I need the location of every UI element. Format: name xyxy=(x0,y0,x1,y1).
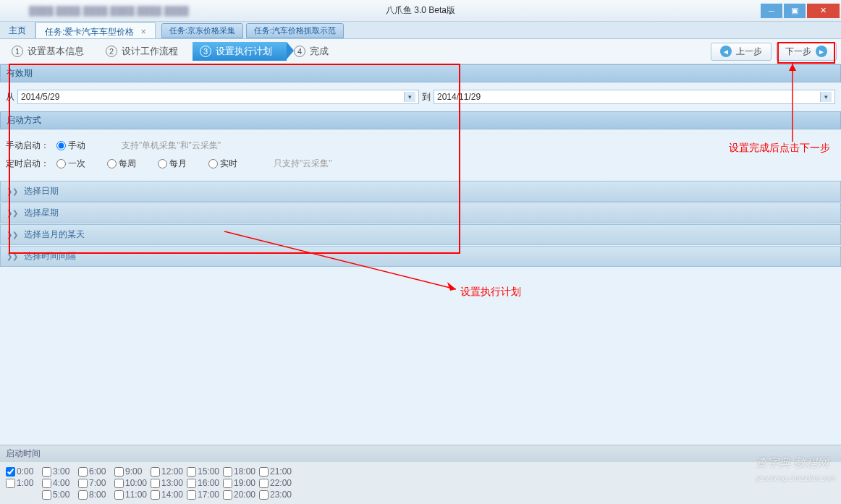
accordion-interval[interactable]: ❯❯选择时间间隔 xyxy=(0,246,841,267)
accordion-monthday[interactable]: ❯❯选择当月的某天 xyxy=(0,224,841,245)
dropdown-icon[interactable]: ▾ xyxy=(820,92,832,102)
time-checkbox[interactable]: 21:00 xyxy=(259,466,295,477)
title-bar: ████ ████ ████ ████ ████ ████ 八爪鱼 3.0 Be… xyxy=(0,0,841,22)
wizard-row: 1设置基本信息 2设计工作流程 3设置执行计划 4完成 ◄ 上一步 下一步 ► xyxy=(0,39,841,64)
radio-once[interactable]: 一次 xyxy=(56,158,85,170)
blurred-title: ████ ████ ████ ████ ████ ████ xyxy=(0,6,761,16)
time-checkbox[interactable]: 3:00 xyxy=(42,466,78,477)
close-button[interactable]: ✕ xyxy=(807,4,840,18)
radio-realtime[interactable]: 实时 xyxy=(208,158,237,170)
accordion-week[interactable]: ❯❯选择星期 xyxy=(0,202,841,223)
window-controls: ─ ▣ ✕ xyxy=(761,4,841,18)
time-checkbox[interactable]: 9:00 xyxy=(114,466,151,477)
manual-hint: 支持"单机采集"和"云采集" xyxy=(122,140,221,152)
chevron-down-icon: ❯❯ xyxy=(7,209,18,217)
tab-home[interactable]: 主页 xyxy=(0,22,35,38)
time-checkbox[interactable]: 11:00 xyxy=(114,490,151,500)
tab-close-icon[interactable]: × xyxy=(141,27,146,37)
time-checkbox[interactable]: 16:00 xyxy=(187,478,223,488)
time-checkbox[interactable]: 22:00 xyxy=(259,478,295,488)
time-checkbox[interactable]: 12:00 xyxy=(151,466,187,477)
time-checkbox[interactable]: 1:00 xyxy=(6,478,42,488)
annotation-text-next: 设置完成后点击下一步 xyxy=(729,141,834,155)
time-checkbox[interactable]: 20:00 xyxy=(223,490,259,500)
chevron-down-icon: ❯❯ xyxy=(7,187,18,195)
radio-manual[interactable]: 手动 xyxy=(56,140,85,152)
tab-active-task[interactable]: 任务:爱卡汽车车型价格 × xyxy=(35,22,156,38)
bottom-section: 启动时间 0:003:006:009:0012:0015:0018:0021:0… xyxy=(0,445,841,504)
wizard-step-4[interactable]: 4完成 xyxy=(287,42,343,61)
next-button[interactable]: 下一步 ► xyxy=(776,43,837,61)
dropdown-icon[interactable]: ▾ xyxy=(404,92,415,102)
chevron-down-icon: ❯❯ xyxy=(7,252,18,260)
maximize-button[interactable]: ▣ xyxy=(784,4,806,18)
validity-header: 有效期 xyxy=(0,64,841,82)
wizard-step-1[interactable]: 1设置基本信息 xyxy=(4,42,98,61)
time-checkbox[interactable]: 17:00 xyxy=(187,490,223,500)
time-checkbox[interactable]: 5:00 xyxy=(42,490,78,500)
tab-label: 任务:爱卡汽车车型价格 xyxy=(45,27,134,37)
from-date-input[interactable]: 2014/5/29 ▾ xyxy=(17,90,419,104)
radio-weekly[interactable]: 每周 xyxy=(107,158,136,170)
wizard-step-3[interactable]: 3设置执行计划 xyxy=(193,42,287,61)
radio-monthly[interactable]: 每月 xyxy=(158,158,187,170)
arrow-right-icon: ► xyxy=(816,46,827,57)
time-checkbox[interactable]: 10:00 xyxy=(114,478,151,488)
arrow-left-icon: ◄ xyxy=(720,46,732,57)
time-checkbox[interactable]: 19:00 xyxy=(223,478,259,488)
watermark: 查字典 教程网 jiaocheng.chazidian.com xyxy=(756,456,835,484)
manual-label: 手动启动： xyxy=(6,140,49,152)
chevron-down-icon: ❯❯ xyxy=(7,231,18,239)
annotation-text-plan: 设置执行计划 xyxy=(460,286,521,299)
time-checkbox[interactable]: 4:00 xyxy=(42,478,78,488)
time-checkbox[interactable]: 14:00 xyxy=(151,490,187,500)
prev-button[interactable]: ◄ 上一步 xyxy=(711,43,772,61)
time-checkbox[interactable]: 23:00 xyxy=(259,490,295,500)
empty-area xyxy=(0,267,841,444)
timed-hint: 只支持"云采集" xyxy=(274,158,332,170)
content-area: 有效期 从 2014/5/29 ▾ 到 2014/11/29 ▾ 启动方式 手动… xyxy=(0,64,841,444)
time-checkbox[interactable]: 6:00 xyxy=(78,466,114,477)
startup-header: 启动方式 xyxy=(0,111,841,129)
time-checkbox[interactable]: 18:00 xyxy=(223,466,259,477)
time-checkbox[interactable]: 8:00 xyxy=(78,490,114,500)
to-label: 到 xyxy=(422,91,431,103)
tab-task-1[interactable]: 任务:京东价格采集 xyxy=(161,23,243,38)
accordion-date[interactable]: ❯❯选择日期 xyxy=(0,181,841,202)
wizard-step-2[interactable]: 2设计工作流程 xyxy=(98,42,193,61)
timed-label: 定时启动： xyxy=(6,158,49,170)
from-label: 从 xyxy=(6,91,14,103)
time-checkbox[interactable]: 0:00 xyxy=(6,466,42,477)
time-header: 启动时间 xyxy=(0,445,841,462)
to-date-input[interactable]: 2014/11/29 ▾ xyxy=(434,90,835,104)
time-checkbox[interactable]: 13:00 xyxy=(151,478,187,488)
time-checkbox[interactable]: 7:00 xyxy=(78,478,114,488)
tab-bar: 主页 任务:爱卡汽车车型价格 × 任务:京东价格采集 任务:汽车价格抓取示范 xyxy=(0,22,841,39)
tab-task-2[interactable]: 任务:汽车价格抓取示范 xyxy=(246,23,344,38)
minimize-button[interactable]: ─ xyxy=(761,4,782,18)
time-checkbox[interactable]: 15:00 xyxy=(187,466,223,477)
time-grid: 0:003:006:009:0012:0015:0018:0021:00 1:0… xyxy=(0,462,841,504)
app-title: 八爪鱼 3.0 Beta版 xyxy=(386,4,455,17)
wizard-steps: 1设置基本信息 2设计工作流程 3设置执行计划 4完成 xyxy=(4,42,711,61)
